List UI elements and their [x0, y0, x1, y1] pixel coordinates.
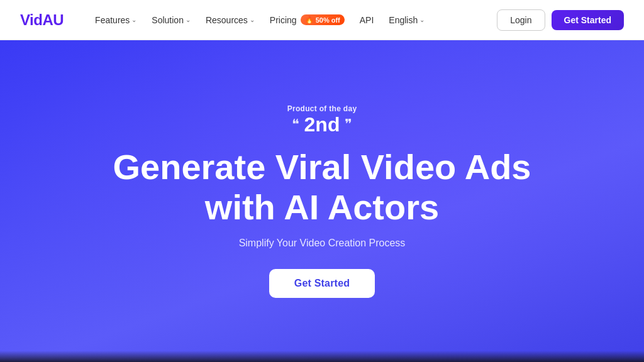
chevron-down-icon: ⌄	[131, 16, 136, 23]
logo[interactable]: VidAU	[20, 11, 64, 29]
nav-solution[interactable]: Solution ⌄	[145, 11, 197, 29]
login-button[interactable]: Login	[497, 9, 545, 31]
product-rank: ❝ 2nd ❞	[292, 114, 353, 134]
nav-pricing[interactable]: Pricing 🔥 50% off	[264, 11, 351, 29]
hero-subtitle: Simplify Your Video Creation Process	[239, 238, 406, 249]
product-of-day-badge: Product of the day ❝ 2nd ❞	[287, 104, 357, 134]
nav-language[interactable]: English ⌄	[382, 11, 431, 29]
get-started-nav-button[interactable]: Get Started	[552, 10, 624, 30]
chevron-down-icon: ⌄	[419, 16, 425, 23]
nav-links: Features ⌄ Solution ⌄ Resources ⌄ Pricin…	[89, 11, 492, 29]
navbar: VidAU Features ⌄ Solution ⌄ Resources ⌄ …	[0, 0, 644, 40]
laurel-left-icon: ❝	[292, 118, 299, 131]
pricing-badge: 🔥 50% off	[301, 14, 345, 25]
nav-actions: Login Get Started	[497, 9, 624, 31]
hero-title: Generate Viral Video Ads with AI Actors	[113, 147, 531, 228]
chevron-down-icon: ⌄	[250, 16, 255, 23]
laurel-right-icon: ❞	[345, 118, 352, 131]
nav-features[interactable]: Features ⌄	[89, 11, 143, 29]
get-started-hero-button[interactable]: Get Started	[269, 269, 375, 298]
product-of-day-label: Product of the day	[287, 104, 357, 113]
bottom-bar	[0, 351, 644, 362]
chevron-down-icon: ⌄	[186, 16, 191, 23]
rank-number: 2nd	[304, 114, 340, 134]
nav-api[interactable]: API	[353, 11, 380, 29]
fire-icon: 🔥	[305, 16, 314, 24]
hero-section: Product of the day ❝ 2nd ❞ Generate Vira…	[0, 40, 644, 362]
nav-resources[interactable]: Resources ⌄	[199, 11, 261, 29]
